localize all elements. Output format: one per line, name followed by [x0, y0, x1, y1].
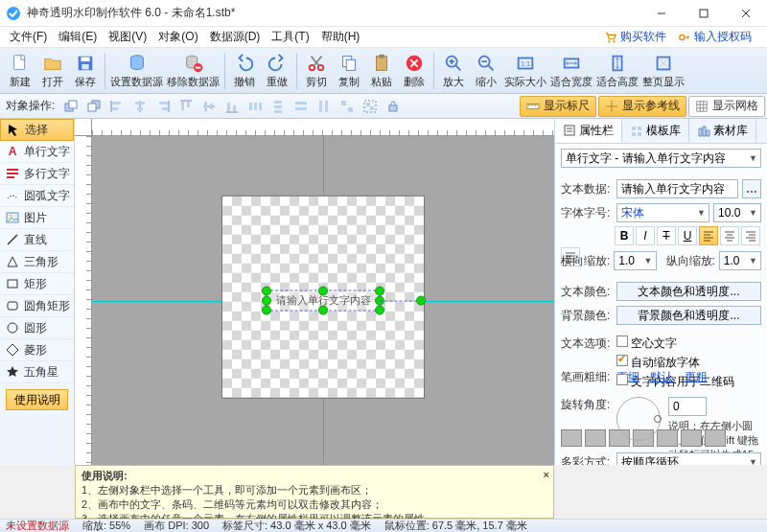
- palette-multi-text[interactable]: 多行文字: [0, 163, 74, 185]
- tool-new[interactable]: 新建: [4, 50, 36, 92]
- palette-round-rect[interactable]: 圆角矩形: [0, 295, 74, 317]
- menu-object[interactable]: 对象(O): [152, 27, 203, 47]
- underline-button[interactable]: U: [678, 226, 697, 245]
- auth-link[interactable]: 输入授权码: [678, 29, 752, 45]
- align-left-button[interactable]: [699, 226, 718, 245]
- palette-help-tab[interactable]: 使用说明: [6, 389, 68, 410]
- handle-nw[interactable]: [262, 286, 271, 295]
- tool-actual-size[interactable]: 1:1实际大小: [502, 50, 548, 92]
- tool-copy[interactable]: 复制: [333, 50, 365, 92]
- tab-templates[interactable]: 模板库: [622, 119, 689, 143]
- op-same-h[interactable]: [314, 97, 335, 116]
- swatch[interactable]: [681, 429, 702, 447]
- rotate-value[interactable]: 0: [668, 397, 707, 416]
- op-align-c[interactable]: [129, 97, 151, 116]
- text-data-input[interactable]: 请输入单行文字内容: [616, 179, 738, 198]
- tool-zoom-out[interactable]: 缩小: [470, 50, 502, 92]
- selected-text-element[interactable]: 请输入单行文字内容: [266, 289, 381, 311]
- menu-help[interactable]: 帮助(H): [315, 27, 366, 47]
- op-bring-front[interactable]: [60, 97, 81, 116]
- handle-w[interactable]: [262, 295, 271, 305]
- op-align-b[interactable]: [221, 97, 243, 116]
- handle-sw[interactable]: [262, 305, 271, 314]
- tool-fit-height[interactable]: 适合高度: [594, 50, 640, 92]
- tool-cut[interactable]: 剪切: [300, 50, 333, 92]
- op-align-m[interactable]: [198, 97, 220, 116]
- text-data-more[interactable]: …: [742, 179, 761, 198]
- element-type-select[interactable]: 单行文字 - 请输入单行文字内容▼: [561, 149, 761, 168]
- italic-button[interactable]: I: [636, 226, 655, 245]
- rotate-handle[interactable]: [416, 295, 426, 305]
- toggle-ruler[interactable]: 显示标尺: [520, 96, 596, 117]
- swatch[interactable]: [705, 429, 726, 447]
- op-lock[interactable]: [383, 97, 404, 116]
- tool-remove-datasource[interactable]: 移除数据源: [165, 50, 221, 92]
- palette-circle[interactable]: 圆形: [0, 317, 74, 339]
- handle-se[interactable]: [375, 305, 384, 314]
- swatch[interactable]: [561, 429, 582, 447]
- palette-select[interactable]: 选择: [0, 119, 74, 141]
- handle-s[interactable]: [318, 305, 328, 314]
- font-size-spinner[interactable]: 10.0▼: [713, 203, 761, 222]
- palette-star[interactable]: 五角星: [0, 361, 74, 383]
- ruler-horizontal[interactable]: [92, 119, 554, 136]
- buy-link[interactable]: 购买软件: [604, 29, 666, 45]
- handle-n[interactable]: [318, 286, 328, 295]
- op-send-back[interactable]: [83, 97, 105, 116]
- op-align-l[interactable]: [106, 97, 128, 116]
- swatch[interactable]: [585, 429, 606, 447]
- strike-button[interactable]: T: [657, 226, 676, 245]
- tool-fit-page[interactable]: 整页显示: [640, 50, 686, 92]
- op-align-t[interactable]: [175, 97, 197, 116]
- op-align-r[interactable]: [152, 97, 174, 116]
- toggle-guides[interactable]: 显示参考线: [598, 96, 686, 117]
- tool-paste[interactable]: 粘贴: [365, 50, 398, 92]
- op-dist-v[interactable]: [267, 97, 289, 116]
- palette-single-text[interactable]: A单行文字: [0, 141, 74, 163]
- align-center-button[interactable]: [720, 226, 739, 245]
- palette-line[interactable]: 直线: [0, 229, 74, 251]
- align-right-button[interactable]: [741, 226, 760, 245]
- text-color-button[interactable]: 文本颜色和透明度...: [616, 282, 761, 301]
- minimize-button[interactable]: [640, 0, 683, 27]
- palette-arc-text[interactable]: 圆弧文字: [0, 185, 74, 207]
- swatch[interactable]: [657, 429, 678, 447]
- menu-tools[interactable]: 工具(T): [266, 27, 314, 47]
- tool-save[interactable]: 保存: [69, 50, 102, 92]
- menu-file[interactable]: 文件(F): [4, 27, 53, 47]
- scale-h-spinner[interactable]: 1.0▼: [614, 251, 656, 270]
- font-family-select[interactable]: 宋体▼: [616, 203, 709, 222]
- tool-set-datasource[interactable]: 设置数据源: [108, 50, 165, 92]
- tool-fit-width[interactable]: 适合宽度: [548, 50, 594, 92]
- maximize-button[interactable]: [683, 0, 725, 27]
- op-dist-h[interactable]: [244, 97, 266, 116]
- tool-open[interactable]: 打开: [36, 50, 69, 92]
- tool-undo[interactable]: 撤销: [228, 50, 261, 92]
- toggle-grid[interactable]: 显示网格: [688, 96, 765, 117]
- palette-triangle[interactable]: 三角形: [0, 251, 74, 273]
- tool-delete[interactable]: 删除: [398, 50, 430, 92]
- tool-zoom-in[interactable]: 放大: [437, 50, 470, 92]
- tab-assets[interactable]: 素材库: [689, 119, 756, 143]
- rotate-wheel[interactable]: [616, 397, 661, 441]
- op-group[interactable]: [360, 97, 381, 116]
- canvas-area[interactable]: 请输入单行文字内容: [75, 119, 554, 465]
- opt-hollow[interactable]: 空心文字: [616, 335, 734, 352]
- close-button[interactable]: [725, 0, 767, 27]
- handle-ne[interactable]: [375, 286, 384, 295]
- menu-view[interactable]: 视图(V): [103, 27, 152, 47]
- op-same-size[interactable]: [337, 97, 358, 116]
- menu-edit[interactable]: 编辑(E): [53, 27, 103, 47]
- bg-color-button[interactable]: 背景颜色和透明度...: [616, 306, 761, 325]
- ruler-vertical[interactable]: [75, 136, 92, 465]
- multi-mode-select[interactable]: 按顺序循环▼: [616, 452, 761, 465]
- palette-image[interactable]: 图片: [0, 207, 74, 229]
- stroke-thicker[interactable]: 更粗: [685, 369, 708, 385]
- palette-diamond[interactable]: 菱形: [0, 339, 74, 361]
- stroke-default[interactable]: 默认: [650, 369, 673, 385]
- scale-v-spinner[interactable]: 1.0▼: [719, 251, 761, 270]
- menu-data[interactable]: 数据源(D): [204, 27, 267, 47]
- tab-properties[interactable]: 属性栏: [555, 119, 622, 143]
- palette-rect[interactable]: 矩形: [0, 273, 74, 295]
- help-close[interactable]: ×: [544, 468, 549, 482]
